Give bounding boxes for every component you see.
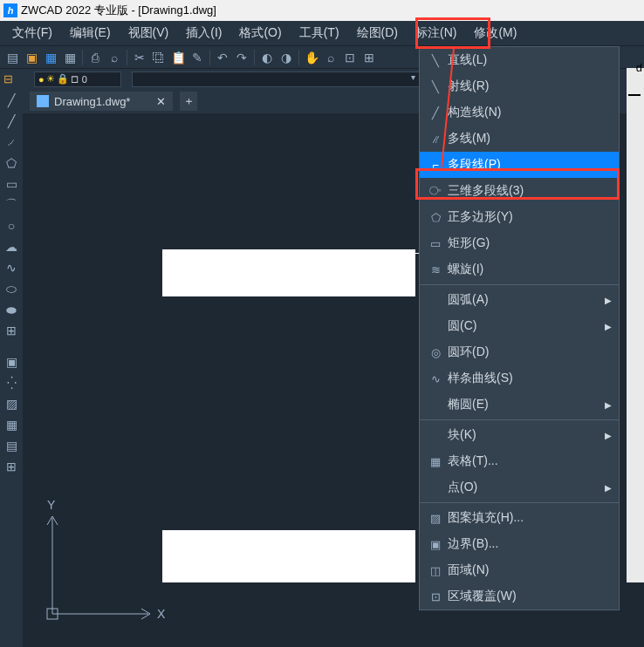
- gradient-tool-icon[interactable]: ▦: [3, 417, 19, 432]
- match-icon[interactable]: ✎: [188, 49, 206, 66]
- menu-format[interactable]: 格式(O): [230, 22, 290, 44]
- new-tab-button[interactable]: ＋: [180, 92, 197, 111]
- cut-icon[interactable]: ✂: [131, 49, 148, 66]
- copy-icon[interactable]: ⿻: [150, 49, 168, 66]
- menu-file[interactable]: 文件(F): [3, 22, 61, 44]
- wipeout-icon: ⊡: [427, 590, 444, 603]
- doc-tab-label: Drawing1.dwg*: [54, 95, 130, 108]
- block-tool-icon[interactable]: ▣: [3, 354, 19, 370]
- menu-item-spline[interactable]: ∿样条曲线(S): [420, 365, 619, 392]
- ellipsearc-tool-icon[interactable]: ⬬: [3, 302, 19, 317]
- draw-toolbar: ╱ ╱ ⟋ ⬠ ▭ ⌒ ○ ☁ ∿ ⬭ ⬬ ⊞ ▣ ⁛ ▨ ▦ ▤ ⊞: [0, 89, 23, 647]
- spline-tool-icon[interactable]: ∿: [3, 260, 19, 276]
- saveas-icon[interactable]: ▦: [61, 49, 79, 66]
- submenu-arrow-icon: ▶: [605, 431, 612, 440]
- undo-icon[interactable]: ↶: [214, 49, 231, 66]
- pline-tool-icon[interactable]: ⟋: [3, 134, 19, 150]
- title-bar: h ZWCAD 2022 专业版 - [Drawing1.dwg]: [0, 0, 644, 21]
- rect-tool-icon[interactable]: ▭: [3, 176, 19, 192]
- menu-item-boundary[interactable]: ▣边界(B)...: [420, 531, 619, 557]
- arc-tool-icon[interactable]: ⌒: [3, 197, 19, 213]
- menu-item-arc[interactable]: 圆弧(A)▶: [420, 287, 619, 313]
- menu-item-pline[interactable]: ⌐多段线(P): [420, 152, 619, 178]
- menu-item-ellipse[interactable]: 椭圆(E)▶: [420, 392, 619, 418]
- menu-dim[interactable]: 标注(N): [407, 22, 465, 44]
- revcloud-tool-icon[interactable]: ☁: [3, 239, 19, 255]
- pline-icon: ⌐: [427, 159, 444, 172]
- paste-icon[interactable]: 📋: [169, 49, 187, 66]
- doc-tab[interactable]: Drawing1.dwg* ✕: [30, 92, 173, 111]
- xline-icon: ╱: [427, 106, 444, 119]
- file-icon: [37, 95, 49, 107]
- window-title: ZWCAD 2022 专业版 - [Drawing1.dwg]: [21, 3, 216, 18]
- menu-tools[interactable]: 工具(T): [291, 22, 348, 44]
- circle-tool-icon[interactable]: ○: [3, 218, 19, 234]
- menu-item-helix[interactable]: ≋螺旋(I): [420, 256, 619, 283]
- region-tool-icon[interactable]: ▤: [3, 438, 19, 453]
- menu-draw[interactable]: 绘图(D): [348, 22, 407, 44]
- menu-edit[interactable]: 编辑(E): [61, 22, 120, 44]
- menu-item-donut[interactable]: ◎圆环(D): [420, 339, 619, 365]
- open-icon[interactable]: ▣: [23, 49, 40, 66]
- table-icon: ▦: [427, 455, 444, 468]
- spline-icon: ∿: [427, 372, 444, 385]
- zoomprev-icon[interactable]: ⊞: [360, 49, 378, 66]
- table-tool-icon[interactable]: ⊞: [3, 459, 19, 474]
- menu-item-xline[interactable]: ╱构造线(N): [420, 99, 619, 126]
- new-icon[interactable]: ▤: [3, 49, 21, 66]
- line-tool-icon[interactable]: ╱: [3, 92, 19, 108]
- menu-item-line[interactable]: ╲直线(L): [420, 47, 619, 73]
- point-tool-icon[interactable]: ⁛: [3, 375, 19, 391]
- pan-icon[interactable]: ✋: [303, 49, 320, 66]
- menu-item-polygon[interactable]: ⬠正多边形(Y): [420, 204, 619, 230]
- menu-item-ray[interactable]: ╲射线(R): [420, 73, 619, 99]
- menu-bar: 文件(F) 编辑(E) 视图(V) 插入(I) 格式(O) 工具(T) 绘图(D…: [0, 21, 644, 45]
- insert-tool-icon[interactable]: ⊞: [3, 323, 19, 338]
- pline3d-icon: ⧃: [427, 184, 444, 198]
- polygon-icon: ⬠: [427, 211, 444, 224]
- line-icon: ╲: [427, 54, 444, 67]
- xline-tool-icon[interactable]: ╱: [3, 113, 19, 129]
- boundary-icon: ▣: [427, 538, 444, 551]
- app-icon: h: [3, 3, 17, 17]
- menu-item-rect[interactable]: ▭矩形(G): [420, 230, 619, 256]
- rect-icon: ▭: [427, 237, 444, 250]
- menu-item-hatch[interactable]: ▨图案填充(H)...: [420, 505, 619, 531]
- helix-icon: ≋: [427, 263, 444, 276]
- layer-dropdown[interactable]: ● ☀ 🔒 ◻ 0: [34, 72, 121, 87]
- drawing-object-1: [162, 249, 415, 296]
- ellipse-tool-icon[interactable]: ⬭: [3, 281, 19, 296]
- panel-letter: d: [636, 61, 642, 74]
- print-icon[interactable]: ⎙: [86, 49, 104, 66]
- menu-item-block[interactable]: 块(K)▶: [420, 422, 619, 448]
- ray-icon: ╲: [427, 80, 444, 93]
- polygon-tool-icon[interactable]: ⬠: [3, 155, 19, 171]
- ucs-y-label: Y: [47, 498, 56, 512]
- menu-modify[interactable]: 修改(M): [465, 22, 525, 44]
- region-icon: ◫: [427, 564, 444, 577]
- preview-icon[interactable]: ⌕: [106, 49, 123, 66]
- layer-mgr-icon[interactable]: ⊟: [3, 72, 13, 85]
- menu-item-wipeout[interactable]: ⊡区域覆盖(W): [420, 583, 619, 610]
- zoom-icon[interactable]: ⌕: [322, 49, 339, 66]
- menu-view[interactable]: 视图(V): [120, 22, 178, 44]
- menu-item-pline3d[interactable]: ⧃三维多段线(3): [420, 178, 619, 204]
- save-icon[interactable]: ▦: [42, 49, 59, 66]
- hatch-tool-icon[interactable]: ▨: [3, 396, 19, 412]
- close-tab-icon[interactable]: ✕: [156, 95, 166, 108]
- panel-line: [628, 94, 641, 96]
- draw-dropdown: ╲直线(L) ╲射线(R) ╱构造线(N) ⫽多线(M) ⌐多段线(P) ⧃三维…: [419, 46, 620, 610]
- zoomwin-icon[interactable]: ⊡: [341, 49, 359, 66]
- menu-insert[interactable]: 插入(I): [177, 22, 230, 44]
- menu-item-point[interactable]: 点(O)▶: [420, 474, 619, 501]
- menu-item-circle[interactable]: 圆(C)▶: [420, 313, 619, 339]
- redo-icon[interactable]: ↷: [233, 49, 250, 66]
- menu-item-region[interactable]: ◫面域(N): [420, 557, 619, 583]
- donut-icon: ◎: [427, 346, 444, 359]
- tool-a-icon[interactable]: ◐: [258, 49, 276, 66]
- menu-item-table[interactable]: ▦表格(T)...: [420, 448, 619, 474]
- layer-state-dropdown[interactable]: [132, 72, 420, 87]
- tool-b-icon[interactable]: ◑: [277, 49, 295, 66]
- hatch-icon: ▨: [427, 512, 444, 525]
- menu-item-mline[interactable]: ⫽多线(M): [420, 126, 619, 152]
